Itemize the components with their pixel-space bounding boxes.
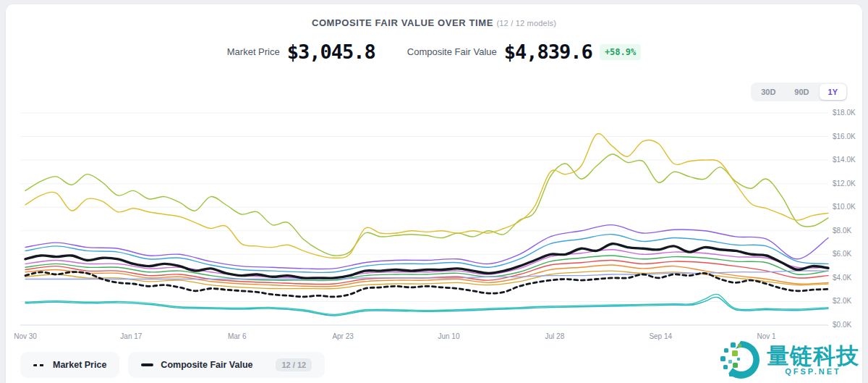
y-tick-label: $14.0K bbox=[833, 156, 868, 164]
market-price-value: $3,045.8 bbox=[287, 41, 375, 63]
x-tick-label: Nov 30 bbox=[14, 332, 37, 340]
series-model-gold bbox=[25, 133, 828, 258]
y-tick-label: $18.0K bbox=[833, 109, 868, 117]
chart-svg[interactable] bbox=[20, 113, 828, 327]
dashed-line-swatch-icon bbox=[33, 364, 46, 366]
y-tick-label: $0.0K bbox=[833, 321, 868, 329]
qfsp-logo-icon bbox=[719, 338, 762, 382]
chart-card: COMPOSITE FAIR VALUE OVER TIME (12 / 12 … bbox=[6, 4, 862, 383]
y-tick-label: $16.0K bbox=[833, 132, 868, 140]
market-price-label: Market Price bbox=[227, 46, 280, 57]
market-price-stat: Market Price $3,045.8 bbox=[227, 41, 375, 63]
range-button-90d[interactable]: 90D bbox=[786, 84, 817, 100]
watermark: 量链科技 QFSP.NET bbox=[719, 338, 859, 382]
legend-label: Composite Fair Value bbox=[161, 360, 252, 370]
fair-value-label: Composite Fair Value bbox=[407, 46, 497, 57]
x-tick-label: Sep 14 bbox=[649, 332, 672, 340]
series-model-cyan bbox=[25, 297, 828, 316]
y-tick-label: $12.0K bbox=[833, 180, 868, 188]
x-tick-label: Apr 23 bbox=[332, 332, 353, 340]
legend-item-composite-fair-value[interactable]: Composite Fair Value 12 / 12 bbox=[128, 352, 325, 378]
range-selector: 30D 90D 1Y bbox=[751, 83, 848, 101]
x-tick-label: Jun 10 bbox=[438, 332, 459, 340]
range-button-30d[interactable]: 30D bbox=[752, 84, 784, 100]
y-tick-label: $8.0K bbox=[833, 227, 868, 235]
change-badge: +58.9% bbox=[600, 44, 641, 60]
stats-row: Market Price $3,045.8 Composite Fair Val… bbox=[6, 41, 862, 63]
x-tick-label: Jan 17 bbox=[120, 332, 142, 340]
watermark-name: 量链科技 bbox=[767, 344, 859, 368]
range-button-1y[interactable]: 1Y bbox=[820, 84, 846, 100]
fair-value-value: $4,839.6 bbox=[504, 41, 592, 63]
x-tick-label: Mar 6 bbox=[228, 332, 247, 340]
models-count-badge: 12 / 12 bbox=[276, 358, 312, 371]
legend: Market Price Composite Fair Value 12 / 1… bbox=[20, 352, 325, 378]
solid-line-swatch-icon bbox=[141, 363, 153, 366]
watermark-domain: QFSP.NET bbox=[785, 367, 841, 376]
y-tick-label: $4.0K bbox=[833, 274, 868, 282]
fair-value-stat: Composite Fair Value $4,839.6 +58.9% bbox=[407, 41, 641, 63]
x-tick-label: Jul 28 bbox=[545, 332, 565, 340]
watermark-text: 量链科技 QFSP.NET bbox=[767, 344, 859, 376]
y-tick-label: $6.0K bbox=[833, 250, 868, 258]
legend-label: Market Price bbox=[53, 360, 106, 370]
y-tick-label: $10.0K bbox=[833, 203, 868, 211]
y-tick-label: $2.0K bbox=[833, 297, 868, 305]
page-title: COMPOSITE FAIR VALUE OVER TIME (12 / 12 … bbox=[6, 16, 862, 29]
legend-item-market-price[interactable]: Market Price bbox=[20, 352, 119, 378]
chart-title-models-count: (12 / 12 models) bbox=[496, 19, 556, 28]
chart-plot-area[interactable]: $0.0K$2.0K$4.0K$6.0K$8.0K$10.0K$12.0K$14… bbox=[20, 113, 828, 327]
chart-title: COMPOSITE FAIR VALUE OVER TIME bbox=[312, 17, 493, 28]
